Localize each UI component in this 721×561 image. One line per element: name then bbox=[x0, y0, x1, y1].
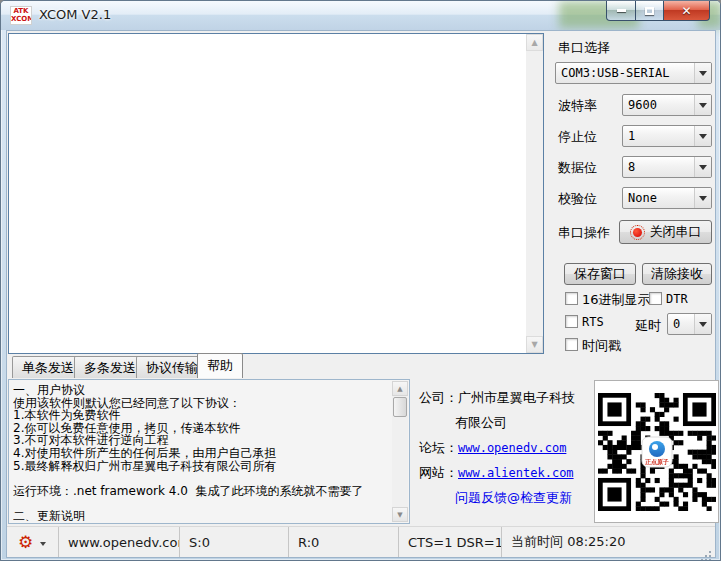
port-operation-label: 串口操作 bbox=[558, 224, 610, 242]
site-label: 网站： bbox=[419, 465, 458, 480]
port-select-value: COM3:USB-SERIAL bbox=[556, 63, 694, 83]
chevron-down-icon[interactable] bbox=[694, 63, 711, 83]
status-sent-count: S:0 bbox=[180, 527, 289, 557]
delay-combobox[interactable]: 0 bbox=[667, 313, 712, 335]
timestamp-checkbox[interactable] bbox=[565, 338, 578, 351]
app-icon: ATK XCOM bbox=[10, 6, 32, 25]
delay-label: 延时 bbox=[635, 317, 661, 335]
maximize-icon bbox=[645, 7, 654, 15]
dtr-label: DTR bbox=[666, 292, 688, 306]
status-signals: CTS=1 DSR=1 DCD=1 bbox=[399, 527, 502, 557]
parity-combobox[interactable]: None bbox=[622, 187, 712, 209]
parity-value: None bbox=[623, 188, 694, 208]
maximize-button[interactable] bbox=[635, 1, 664, 21]
close-button[interactable]: ✕ bbox=[663, 1, 710, 21]
help-content-box: 一、用户协议 使用该软件则默认您已经同意了以下协议： 1.本软件为免费软件 2.… bbox=[8, 379, 410, 524]
chevron-down-icon[interactable] bbox=[694, 126, 711, 146]
tab-label: 帮助 bbox=[207, 357, 233, 375]
status-bar: ⚙ www.openedv.com S:0 R:0 CTS=1 DSR=1 DC… bbox=[7, 526, 715, 557]
gear-icon: ⚙ bbox=[18, 534, 33, 551]
hex-display-checkbox[interactable] bbox=[565, 292, 578, 305]
received-count-text: R:0 bbox=[298, 535, 319, 550]
hex-display-label: 16进制显示 bbox=[582, 291, 651, 309]
qr-code bbox=[598, 393, 716, 511]
company-name-line1: 广州市星翼电子科技 bbox=[458, 390, 575, 405]
signals-text: CTS=1 DSR=1 DCD=1 bbox=[408, 535, 502, 550]
window-controls: ✕ bbox=[607, 1, 710, 21]
scroll-up-icon[interactable]: ▲ bbox=[526, 34, 543, 51]
help-text: 一、用户协议 使用该软件则默认您已经同意了以下协议： 1.本软件为免费软件 2.… bbox=[13, 384, 389, 521]
baud-combobox[interactable]: 9600 bbox=[622, 94, 712, 116]
site-link[interactable]: www.alientek.com bbox=[458, 466, 574, 480]
receive-scrollbar[interactable]: ▲ ▼ bbox=[526, 34, 543, 353]
feedback-update-link[interactable]: 问题反馈@检查更新 bbox=[455, 490, 572, 505]
status-website-text: www.openedv.com bbox=[68, 535, 180, 550]
databits-label: 数据位 bbox=[558, 159, 597, 177]
close-icon: ✕ bbox=[681, 5, 691, 17]
chevron-down-icon[interactable] bbox=[694, 95, 711, 115]
tab-label: 协议传输 bbox=[146, 359, 198, 377]
chevron-down-icon bbox=[40, 542, 46, 549]
databits-value: 8 bbox=[623, 157, 694, 177]
receive-textarea[interactable]: ▲ ▼ bbox=[8, 33, 544, 354]
close-port-button[interactable]: 关闭串口 bbox=[619, 220, 712, 244]
minimize-icon bbox=[617, 9, 626, 12]
settings-menu-button[interactable]: ⚙ bbox=[7, 527, 59, 557]
dtr-checkbox[interactable] bbox=[649, 292, 662, 305]
app-icon-bottom: XCOM bbox=[11, 15, 32, 23]
tab-label: 多条发送 bbox=[84, 359, 136, 377]
app-icon-top: ATK bbox=[13, 7, 28, 15]
parity-label: 校验位 bbox=[558, 190, 597, 208]
title-bar[interactable]: ATK XCOM XCOM V2.1 ✕ bbox=[1, 1, 720, 30]
company-name-line2: 有限公司 bbox=[455, 415, 507, 430]
scroll-down-icon[interactable]: ▼ bbox=[526, 336, 543, 353]
stopbits-label: 停止位 bbox=[558, 128, 597, 146]
minimize-button[interactable] bbox=[606, 1, 636, 21]
resize-grip[interactable] bbox=[709, 551, 711, 553]
save-window-label: 保存窗口 bbox=[574, 265, 626, 283]
status-current-time: 当前时间 08:25:20 bbox=[502, 527, 715, 557]
scrollbar-thumb[interactable] bbox=[393, 397, 407, 417]
client-area: ▲ ▼ 串口选择 COM3:USB-SERIAL 波特率 9600 停止位 1 … bbox=[6, 30, 716, 558]
qr-code-box bbox=[594, 380, 719, 523]
chevron-down-icon[interactable] bbox=[694, 314, 711, 334]
clear-receive-label: 清除接收 bbox=[651, 265, 703, 283]
port-select-label: 串口选择 bbox=[558, 39, 610, 57]
clear-receive-button[interactable]: 清除接收 bbox=[642, 263, 712, 285]
port-open-indicator-icon bbox=[630, 225, 645, 240]
stopbits-value: 1 bbox=[623, 126, 694, 146]
chevron-down-icon[interactable] bbox=[694, 157, 711, 177]
company-label: 公司： bbox=[419, 390, 458, 405]
app-window: ATK XCOM XCOM V2.1 ✕ ▲ ▼ 串口选择 COM3:USB-S… bbox=[0, 0, 721, 561]
scroll-down-icon[interactable]: ▼ bbox=[392, 507, 408, 522]
baud-value: 9600 bbox=[623, 95, 694, 115]
forum-link[interactable]: www.openedv.com bbox=[458, 441, 566, 455]
tab-bar: 单条发送 多条发送 协议传输 帮助 bbox=[8, 353, 714, 378]
rts-checkbox[interactable] bbox=[565, 315, 578, 328]
port-select-combobox[interactable]: COM3:USB-SERIAL bbox=[555, 62, 712, 84]
databits-combobox[interactable]: 8 bbox=[622, 156, 712, 178]
forum-label: 论坛： bbox=[419, 440, 458, 455]
sent-count-text: S:0 bbox=[189, 535, 210, 550]
delay-value: 0 bbox=[668, 314, 694, 334]
tab-help[interactable]: 帮助 bbox=[197, 353, 243, 378]
tab-label: 单条发送 bbox=[22, 359, 74, 377]
close-port-label: 关闭串口 bbox=[650, 223, 702, 241]
stopbits-combobox[interactable]: 1 bbox=[622, 125, 712, 147]
help-scrollbar[interactable]: ▲ ▼ bbox=[392, 381, 408, 522]
window-title: XCOM V2.1 bbox=[39, 7, 111, 22]
baud-label: 波特率 bbox=[558, 97, 597, 115]
save-window-button[interactable]: 保存窗口 bbox=[564, 263, 636, 285]
chevron-down-icon[interactable] bbox=[694, 188, 711, 208]
scroll-up-icon[interactable]: ▲ bbox=[392, 381, 408, 396]
rts-label: RTS bbox=[582, 315, 604, 329]
status-received-count: R:0 bbox=[289, 527, 399, 557]
current-time-text: 当前时间 08:25:20 bbox=[511, 533, 626, 551]
status-website[interactable]: www.openedv.com bbox=[59, 527, 180, 557]
